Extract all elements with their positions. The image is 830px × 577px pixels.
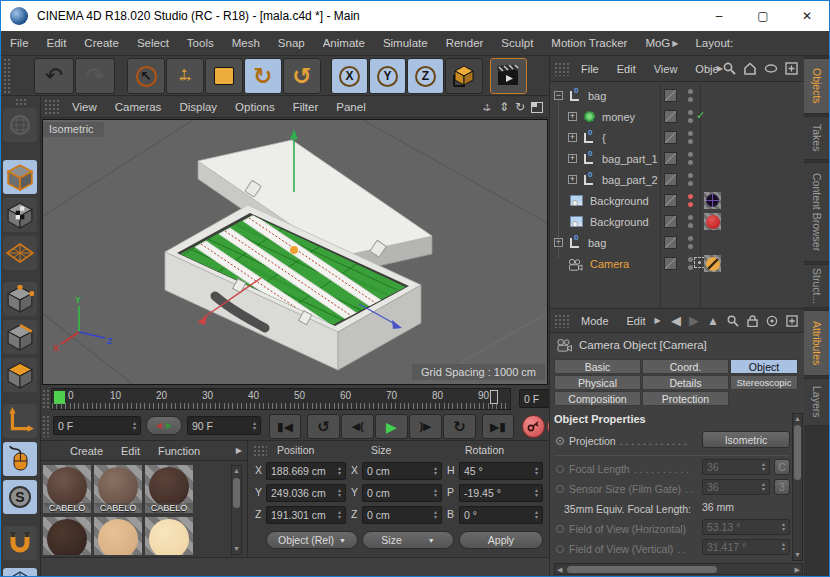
- next-frame-button[interactable]: )▶: [409, 414, 442, 439]
- viewport-menu-panel[interactable]: Panel: [327, 99, 374, 115]
- tree-row-background-2[interactable]: Background: [550, 212, 802, 232]
- anim-dot-icon[interactable]: [556, 525, 564, 533]
- tree-row-bag-2[interactable]: + bag: [550, 233, 802, 253]
- material-item[interactable]: CABELO: [43, 465, 91, 513]
- viewport-solo-button[interactable]: S: [3, 480, 37, 514]
- menu-overflow-icon[interactable]: ▶: [672, 39, 678, 48]
- material-scrollbar[interactable]: ▲ ▼: [231, 465, 242, 555]
- viewport-drag-handle[interactable]: [44, 99, 60, 115]
- tab-basic[interactable]: Basic: [554, 359, 641, 374]
- menu-mesh[interactable]: Mesh: [223, 35, 269, 51]
- viewport-menu-display[interactable]: Display: [170, 99, 226, 115]
- rot-b-field[interactable]: 0 °▴▾: [459, 506, 543, 524]
- tab-attributes[interactable]: Attributes: [804, 310, 830, 376]
- cycle-button[interactable]: ↻: [443, 414, 476, 439]
- lock-icon[interactable]: [747, 315, 758, 327]
- viewport-dolly-icon[interactable]: ⇕: [499, 100, 509, 114]
- size-mode-button[interactable]: Size▼: [362, 531, 454, 549]
- material-menu-overflow-icon[interactable]: ▶: [236, 446, 247, 455]
- attribute-vscroll-thumb[interactable]: [794, 425, 801, 480]
- menu-simulate[interactable]: Simulate: [374, 35, 437, 51]
- material-menu-create[interactable]: Create: [61, 443, 112, 459]
- visibility-dots[interactable]: [688, 194, 693, 208]
- end-frame-field[interactable]: 90 F▴▾: [187, 416, 261, 435]
- scroll-up-icon[interactable]: ▲: [232, 467, 241, 475]
- viewport-menu-cameras[interactable]: Cameras: [106, 99, 171, 115]
- playhead-outline[interactable]: [490, 390, 498, 404]
- material-scroll-thumb[interactable]: [233, 478, 240, 508]
- menu-snap[interactable]: Snap: [269, 35, 314, 51]
- material-item[interactable]: [94, 517, 142, 555]
- coordinate-mode-button[interactable]: Object (Rel)▼: [266, 531, 358, 549]
- menu-select[interactable]: Select: [128, 35, 178, 51]
- tree-row-money[interactable]: + money ✓: [550, 107, 802, 127]
- undo-button[interactable]: ↶: [34, 58, 74, 94]
- menu-sculpt[interactable]: Sculpt: [492, 35, 542, 51]
- coordinate-drag-handle[interactable]: [253, 445, 267, 457]
- menu-file[interactable]: File: [1, 35, 38, 51]
- tab-coord[interactable]: Coord.: [642, 359, 729, 374]
- expand-icon[interactable]: +: [568, 112, 577, 121]
- tweak-mode-button[interactable]: [3, 442, 37, 476]
- layer-toggle[interactable]: [664, 194, 677, 207]
- make-editable-button[interactable]: [3, 108, 37, 142]
- menu-tools[interactable]: Tools: [178, 35, 223, 51]
- focal-length-field[interactable]: 36▴▾: [702, 459, 770, 475]
- transport-drag-handle[interactable]: [42, 415, 49, 437]
- material-menu-function[interactable]: Function: [149, 443, 209, 459]
- om-drag-handle[interactable]: [554, 62, 569, 76]
- anim-dot-icon[interactable]: [556, 437, 564, 445]
- target-icon[interactable]: [766, 315, 778, 327]
- camera-projection-label[interactable]: Isometric: [43, 122, 104, 137]
- rotate-tool-button[interactable]: ↻: [244, 58, 282, 94]
- expand-icon[interactable]: +: [568, 175, 577, 184]
- menu-create[interactable]: Create: [75, 35, 128, 51]
- om-search-icon[interactable]: [723, 62, 736, 75]
- om-path-icon[interactable]: [764, 64, 778, 73]
- tree-row-bag[interactable]: − bag: [550, 86, 802, 106]
- projection-dropdown[interactable]: Isometric: [702, 431, 790, 448]
- sensor-size-field[interactable]: 36▴▾: [702, 479, 770, 495]
- polygons-mode-button[interactable]: [3, 358, 37, 392]
- model-mode-button[interactable]: [3, 160, 37, 194]
- tree-row-bag-part-1[interactable]: + bag_part_1: [550, 149, 802, 169]
- edges-mode-button[interactable]: [3, 320, 37, 354]
- viewport-menu-filter[interactable]: Filter: [284, 99, 328, 115]
- texture-mode-button[interactable]: [3, 198, 37, 232]
- lock-z-axis-button[interactable]: Z: [407, 58, 444, 94]
- tab-takes[interactable]: Takes: [804, 116, 830, 160]
- texture-thumbnail[interactable]: [704, 192, 721, 209]
- fov-vertical-field[interactable]: 31.417 °▴▾: [702, 539, 790, 555]
- menu-motion-tracker[interactable]: Motion Tracker: [542, 35, 636, 51]
- object-label[interactable]: bag: [588, 237, 606, 249]
- layer-toggle[interactable]: [664, 215, 677, 228]
- enabled-check-icon[interactable]: ✓: [696, 109, 705, 122]
- layer-toggle[interactable]: [664, 173, 677, 186]
- move-tool-button[interactable]: ↔↕: [166, 58, 204, 94]
- toolbar-drag-handle[interactable]: [3, 58, 11, 94]
- attribute-hscrollbar[interactable]: ◀ ▶: [554, 563, 803, 575]
- material-item[interactable]: CABELO: [94, 465, 142, 513]
- maximize-button[interactable]: ▢: [741, 1, 785, 31]
- history-forward-icon[interactable]: ▶: [689, 313, 699, 328]
- tab-stereoscopic[interactable]: Stereoscopic: [730, 375, 798, 390]
- close-button[interactable]: ✕: [785, 1, 829, 31]
- parent-up-icon[interactable]: ▲: [707, 314, 719, 328]
- scroll-down-icon[interactable]: ▼: [793, 551, 802, 559]
- material-item[interactable]: [43, 517, 91, 555]
- lock-x-axis-button[interactable]: X: [331, 58, 368, 94]
- layer-toggle[interactable]: [664, 257, 677, 270]
- scroll-down-icon[interactable]: ▼: [232, 545, 241, 553]
- om-menu-file[interactable]: File: [572, 61, 608, 77]
- menu-animate[interactable]: Animate: [314, 35, 374, 51]
- expand-icon[interactable]: +: [568, 154, 577, 163]
- play-button[interactable]: ▶: [375, 414, 408, 439]
- left-toolbar-drag-handle[interactable]: [15, 98, 27, 106]
- start-frame-field[interactable]: 0 F▴▾: [53, 416, 141, 435]
- layer-toggle[interactable]: [664, 110, 677, 123]
- viewport-menu-view[interactable]: View: [63, 99, 106, 115]
- points-mode-button[interactable]: [3, 282, 37, 316]
- live-selection-button[interactable]: ↖: [127, 58, 165, 94]
- snap-magnet-button[interactable]: [3, 526, 37, 560]
- object-label[interactable]: bag_part_2: [602, 174, 658, 186]
